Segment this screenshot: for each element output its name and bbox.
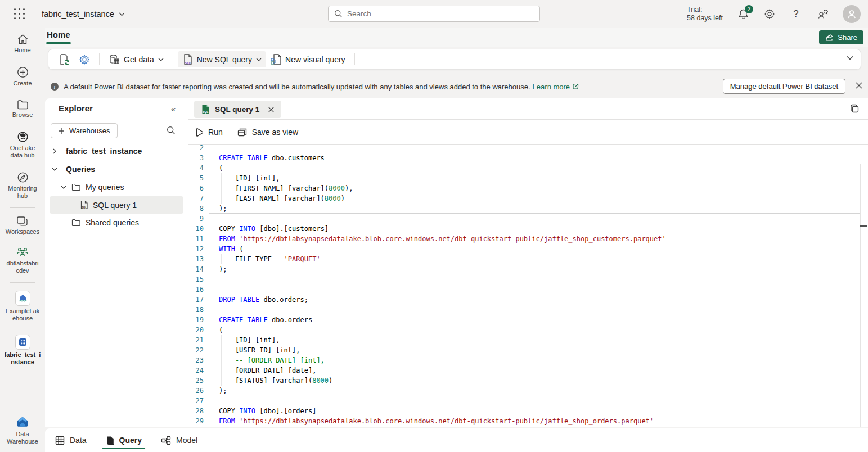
warehouse-settings-button[interactable] bbox=[74, 52, 95, 67]
code-line[interactable]: 8); bbox=[188, 204, 868, 214]
code-line[interactable]: 13 FILE_TYPE = 'PARQUET' bbox=[188, 254, 868, 264]
tree-item-my-queries[interactable]: My queries bbox=[45, 178, 188, 196]
rail-divider bbox=[10, 282, 35, 283]
code-line[interactable]: 11FROM 'https://dbtlabsynapsedatalake.bl… bbox=[188, 234, 868, 244]
code-line[interactable]: 15 bbox=[188, 274, 868, 284]
run-button[interactable]: Run bbox=[196, 128, 223, 137]
line-number: 12 bbox=[188, 245, 204, 253]
copy-button[interactable] bbox=[850, 104, 860, 114]
code-line[interactable]: 17DROP TABLE dbo.orders; bbox=[188, 295, 868, 305]
sidebar-item-dbtlabsfabricdev[interactable]: dbtlabsfabricdev bbox=[2, 243, 43, 278]
editor-scrollbar-track[interactable] bbox=[860, 164, 861, 427]
code-line[interactable]: 18 bbox=[188, 305, 868, 315]
workspace-switcher[interactable]: fabric_test_instance bbox=[42, 10, 125, 19]
code-line[interactable]: 27 bbox=[188, 396, 868, 406]
get-data-button[interactable]: Get data bbox=[104, 52, 168, 67]
external-link-icon bbox=[572, 83, 579, 90]
visual-query-document-icon bbox=[271, 53, 281, 65]
help-button[interactable]: ? bbox=[790, 8, 802, 20]
main-panel: Explorer « Warehouses fabric_test_instan… bbox=[45, 98, 868, 427]
code-line[interactable]: 14); bbox=[188, 264, 868, 274]
dismiss-banner-button[interactable] bbox=[855, 82, 863, 89]
code-line[interactable]: 22 [USER_ID] [int], bbox=[188, 345, 868, 355]
code-line[interactable]: 12WITH ( bbox=[188, 244, 868, 254]
code-line[interactable]: 7 [LAST_NAME] [varchar](8000) bbox=[188, 193, 868, 204]
feedback-button[interactable] bbox=[816, 8, 829, 20]
code-line[interactable]: 4( bbox=[188, 163, 868, 173]
sidebar-item-home[interactable]: Home bbox=[2, 30, 43, 57]
new-visual-query-button[interactable]: New visual query bbox=[266, 51, 350, 67]
tree-item-warehouse[interactable]: fabric_test_instance bbox=[45, 142, 188, 160]
tree-item-shared-queries[interactable]: Shared queries bbox=[45, 214, 188, 232]
code-line[interactable]: 19CREATE TABLE dbo.orders bbox=[188, 315, 868, 325]
lakehouse-icon bbox=[15, 291, 30, 306]
sidebar-item-workspaces[interactable]: Workspaces bbox=[2, 213, 43, 239]
ribbon-toolbar: Get data SQL New SQL query New visual qu… bbox=[48, 49, 861, 70]
code-line[interactable]: 16 bbox=[188, 284, 868, 295]
code-line[interactable]: 21 [ID] [int], bbox=[188, 335, 868, 345]
code-line[interactable]: 28COPY INTO [dbo].[orders] bbox=[188, 406, 868, 416]
explorer-search-button[interactable] bbox=[167, 126, 176, 135]
data-warehouse-icon bbox=[15, 414, 30, 429]
sidebar-item-fabric-test-instance[interactable]: fabric_test_instance bbox=[2, 331, 43, 369]
query-tab-bar: SQL SQL query 1 bbox=[188, 98, 868, 120]
sql-file-icon: SQL bbox=[201, 105, 210, 115]
code-line[interactable]: 3CREATE TABLE dbo.customers bbox=[188, 153, 868, 163]
learn-more-link[interactable]: Learn more bbox=[533, 83, 579, 91]
code-line[interactable]: 20( bbox=[188, 325, 868, 335]
collapse-explorer-button[interactable]: « bbox=[171, 104, 176, 114]
tree-item-sql-query-1[interactable]: SQL SQL query 1 bbox=[50, 196, 183, 214]
view-tab-model[interactable]: Model bbox=[161, 428, 197, 452]
global-search[interactable] bbox=[328, 6, 540, 22]
indent-guide bbox=[221, 376, 222, 386]
info-icon: i bbox=[51, 83, 59, 91]
view-tab-query[interactable]: Query bbox=[106, 428, 142, 452]
line-number: 15 bbox=[188, 275, 204, 283]
code-line[interactable]: 10COPY INTO [dbo].[customers] bbox=[188, 224, 868, 234]
manage-default-dataset-button[interactable]: Manage default Power BI dataset bbox=[723, 79, 845, 94]
sidebar-item-create[interactable]: Create bbox=[2, 63, 43, 91]
code-line[interactable]: 2 bbox=[188, 143, 868, 153]
sidebar-item-examplelakehouse[interactable]: ExampleLakehouse bbox=[2, 287, 43, 326]
chevron-down-icon[interactable] bbox=[61, 186, 66, 189]
view-tab-data[interactable]: Data bbox=[55, 428, 87, 452]
workspace-people-icon bbox=[16, 247, 29, 258]
chevron-down-icon[interactable] bbox=[52, 168, 57, 171]
sidebar-item-browse[interactable]: Browse bbox=[2, 96, 43, 122]
tab-home[interactable]: Home bbox=[46, 30, 71, 39]
share-button[interactable]: Share bbox=[819, 30, 863, 44]
sql-editor[interactable]: 23CREATE TABLE dbo.customers4(5 [ID] [in… bbox=[188, 143, 868, 427]
sidebar-item-data-warehouse[interactable]: DataWarehouse bbox=[2, 411, 43, 449]
close-tab-button[interactable] bbox=[268, 106, 275, 113]
tree-item-queries[interactable]: Queries bbox=[45, 160, 188, 178]
sidebar-item-onelake-data-hub[interactable]: OneLakedata hub bbox=[2, 128, 43, 162]
code-line[interactable]: 29FROM 'https://dbtlabsynapsedatalake.bl… bbox=[188, 416, 868, 426]
notifications-button[interactable]: 2 bbox=[737, 8, 749, 20]
line-number: 22 bbox=[188, 346, 204, 354]
code-line[interactable]: 26); bbox=[188, 386, 868, 396]
add-warehouses-button[interactable]: Warehouses bbox=[51, 123, 118, 138]
line-number: 4 bbox=[188, 164, 204, 172]
settings-button[interactable] bbox=[763, 8, 776, 20]
save-as-view-button[interactable]: Save as view bbox=[237, 128, 298, 137]
new-sql-query-button[interactable]: SQL New SQL query bbox=[178, 51, 266, 67]
search-input[interactable] bbox=[347, 10, 516, 18]
collapse-ribbon-button[interactable] bbox=[847, 56, 853, 60]
account-avatar[interactable] bbox=[843, 5, 861, 23]
refresh-dataset-button[interactable] bbox=[54, 51, 74, 67]
play-icon bbox=[196, 128, 203, 137]
tab-sql-query-1[interactable]: SQL SQL query 1 bbox=[194, 101, 281, 118]
indent-guide bbox=[221, 365, 222, 376]
sidebar-item-monitoring-hub[interactable]: Monitoringhub bbox=[2, 168, 43, 203]
chevron-right-icon[interactable] bbox=[52, 148, 57, 154]
code-line[interactable]: 24 [ORDER_DATE] [date], bbox=[188, 365, 868, 376]
code-line[interactable]: 6 [FIRST_NAME] [varchar](8000), bbox=[188, 183, 868, 193]
code-line[interactable]: 25 [STATUS] [varchar](8000) bbox=[188, 376, 868, 386]
explorer-title: Explorer bbox=[59, 103, 93, 113]
app-launcher-icon[interactable] bbox=[12, 6, 28, 22]
code-line[interactable]: 23 -- [ORDER_DATE] [int], bbox=[188, 355, 868, 365]
code-line[interactable]: 5 [ID] [int], bbox=[188, 173, 868, 183]
editor-scroll-marker[interactable] bbox=[860, 225, 867, 227]
person-icon bbox=[847, 9, 857, 19]
code-line[interactable]: 9 bbox=[188, 214, 868, 224]
